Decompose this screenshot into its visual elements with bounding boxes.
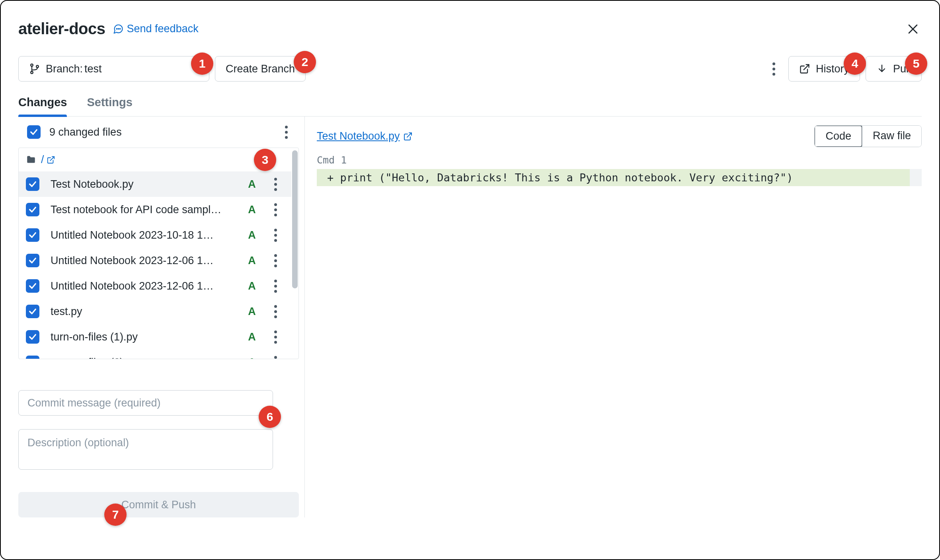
diff-header: Test Notebook.py Code Raw file [317,125,922,147]
toolbar-overflow-menu[interactable] [765,60,783,78]
files-scrollbar[interactable] [291,148,298,359]
create-branch-label: Create Branch [226,63,295,75]
file-name: Untitled Notebook 2023-10-18 1… [51,229,237,241]
file-menu-button[interactable] [267,226,284,244]
diff-added-line: + print ("Hello, Databricks! This is a P… [317,169,922,186]
kebab-icon [274,305,277,318]
file-name: turn-on-files (2).py [51,356,237,359]
file-menu-button[interactable] [267,175,284,193]
open-external-icon [47,156,55,164]
file-checkbox[interactable] [26,177,39,191]
file-checkbox[interactable] [26,228,39,242]
file-menu-button[interactable] [267,201,284,218]
commit-push-button[interactable]: Commit & Push [18,492,299,517]
file-menu-button[interactable] [267,252,284,269]
file-menu-button[interactable] [267,354,284,359]
close-icon [906,22,920,36]
file-name: Untitled Notebook 2023-12-06 1… [51,255,237,267]
content-panes: 9 changed files / [18,117,922,517]
diff-cmd-label: Cmd 1 [317,154,922,166]
file-row[interactable]: Untitled Notebook 2023-12-06 1… A [19,248,291,273]
callout-4: 4 [844,52,866,75]
file-row[interactable]: Test notebook for API code sampl… A [19,197,291,222]
file-row[interactable]: turn-on-files (2).py A [19,350,291,359]
file-name: Test Notebook.py [51,178,237,191]
open-external-icon [403,132,413,141]
svg-line-8 [804,65,809,70]
diff-file-link[interactable]: Test Notebook.py [317,130,413,142]
file-menu-button[interactable] [267,303,284,320]
svg-line-11 [407,133,411,137]
git-branch-icon [29,63,40,74]
external-link-icon [799,63,810,74]
scrollbar-thumb[interactable] [292,150,298,288]
folder-path-text: / [41,154,44,166]
file-status-badge: A [246,178,258,191]
file-row[interactable]: Test Notebook.py A [19,171,291,197]
tab-changes[interactable]: Changes [18,96,67,116]
file-menu-button[interactable] [267,277,284,295]
commit-description-input[interactable] [18,429,273,470]
file-menu-button[interactable] [267,328,284,346]
callout-1: 1 [191,52,213,75]
diff-toggle-raw[interactable]: Raw file [862,126,921,147]
send-feedback-link[interactable]: Send feedback [113,23,199,35]
file-status-badge: A [246,305,258,318]
file-checkbox[interactable] [26,330,39,344]
callout-3: 3 [254,149,276,171]
kebab-icon [274,331,277,344]
file-checkbox[interactable] [26,254,39,267]
file-row[interactable]: turn-on-files (1).py A [19,324,291,350]
changes-menu-button[interactable] [277,123,295,141]
changes-pane: 9 changed files / [18,117,305,517]
kebab-icon [274,229,277,242]
changes-header: 9 changed files [18,117,299,148]
repo-title: atelier-docs [18,20,105,38]
kebab-icon [285,126,288,139]
download-arrow-icon [876,63,887,74]
header: atelier-docs Send feedback [18,20,922,38]
files-list: / Test Notebook.py A [18,148,299,359]
file-status-badge: A [246,229,258,241]
file-checkbox[interactable] [26,203,39,216]
create-branch-button[interactable]: Create Branch [215,56,306,82]
changed-files-count: 9 changed files [49,126,122,138]
kebab-icon [274,280,277,293]
diff-pane: Test Notebook.py Code Raw file Cmd 1 + p… [305,117,922,517]
branch-selector[interactable]: Branch: test [18,56,209,82]
folder-icon [26,155,36,165]
tabs: Changes Settings [18,96,922,117]
kebab-icon [274,178,277,191]
diff-file-name: Test Notebook.py [317,130,400,142]
tab-settings[interactable]: Settings [87,96,132,116]
svg-line-10 [50,156,54,160]
file-status-badge: A [246,255,258,267]
speech-bubble-icon [113,23,124,35]
file-checkbox[interactable] [26,305,39,318]
toolbar: Branch: test Create Branch History [18,56,922,82]
file-status-badge: A [246,280,258,292]
diff-toggle-code[interactable]: Code [814,125,862,147]
svg-point-0 [116,28,117,29]
kebab-icon [772,62,775,76]
file-row[interactable]: Untitled Notebook 2023-10-18 1… A [19,222,291,248]
file-name: turn-on-files (1).py [51,331,237,343]
file-row[interactable]: test.py A [19,299,291,324]
svg-point-1 [118,28,119,29]
callout-7: 7 [104,504,127,526]
callout-2: 2 [294,51,316,73]
branch-name: test [84,63,102,75]
file-checkbox[interactable] [26,356,39,359]
file-name: Untitled Notebook 2023-12-06 1… [51,280,237,292]
branch-label-prefix: Branch: [46,63,83,75]
kebab-icon [274,356,277,359]
commit-message-input[interactable] [18,390,273,416]
kebab-icon [274,203,277,216]
callout-6: 6 [259,406,281,428]
close-button[interactable] [904,20,922,38]
file-row[interactable]: Untitled Notebook 2023-12-06 1… A [19,273,291,299]
folder-path-row[interactable]: / [19,148,291,171]
svg-point-2 [119,28,120,29]
select-all-checkbox[interactable] [27,125,41,139]
file-checkbox[interactable] [26,279,39,293]
